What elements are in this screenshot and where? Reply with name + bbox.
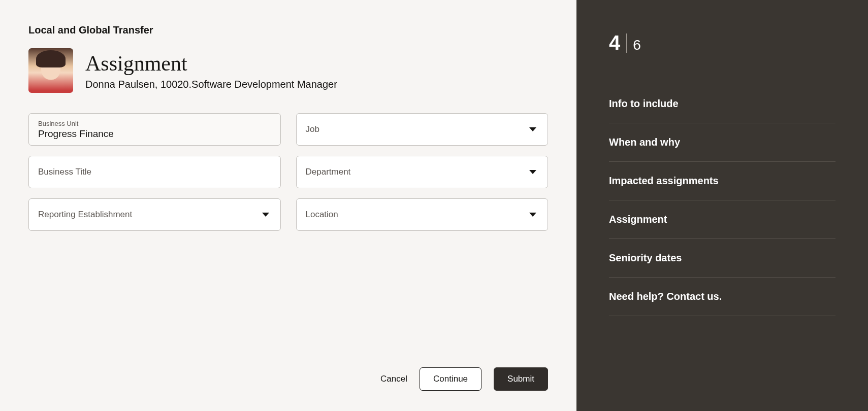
business-unit-field: Business Unit Progress Finance — [28, 113, 281, 146]
nav-item-need-help[interactable]: Need help? Contact us. — [609, 278, 835, 316]
nav-list: Info to include When and why Impacted as… — [609, 85, 835, 316]
business-unit-label: Business Unit — [38, 120, 271, 127]
avatar — [28, 48, 73, 93]
page-title: Local and Global Transfer — [28, 24, 548, 36]
header-text-group: Assignment Donna Paulsen, 10020.Software… — [85, 51, 337, 90]
department-label: Department — [306, 167, 539, 177]
nav-item-seniority-dates[interactable]: Seniority dates — [609, 239, 835, 278]
caret-down-icon — [529, 213, 536, 217]
step-divider — [626, 33, 627, 53]
job-label: Job — [306, 124, 539, 134]
nav-item-impacted-assignments[interactable]: Impacted assignments — [609, 162, 835, 200]
caret-down-icon — [529, 127, 536, 131]
step-counter: 4 6 — [609, 31, 835, 54]
reporting-establishment-label: Reporting Establishment — [38, 210, 271, 220]
location-select[interactable]: Location — [296, 198, 549, 231]
business-title-input[interactable]: Business Title — [28, 156, 281, 188]
location-label: Location — [306, 210, 539, 220]
section-title: Assignment — [85, 51, 337, 76]
step-total: 6 — [633, 37, 641, 53]
business-title-label: Business Title — [38, 167, 271, 177]
sidebar: 4 6 Info to include When and why Impacte… — [576, 0, 868, 411]
continue-button[interactable]: Continue — [420, 367, 481, 391]
caret-down-icon — [262, 213, 269, 217]
form-grid: Business Unit Progress Finance Job Busin… — [28, 113, 548, 231]
nav-item-assignment[interactable]: Assignment — [609, 200, 835, 239]
nav-item-info-to-include[interactable]: Info to include — [609, 85, 835, 123]
nav-item-when-and-why[interactable]: When and why — [609, 123, 835, 162]
footer-actions: Cancel Continue Submit — [28, 347, 548, 391]
reporting-establishment-select[interactable]: Reporting Establishment — [28, 198, 281, 231]
header-row: Assignment Donna Paulsen, 10020.Software… — [28, 48, 548, 93]
step-current: 4 — [609, 31, 620, 54]
cancel-button[interactable]: Cancel — [380, 374, 407, 384]
submit-button[interactable]: Submit — [494, 367, 548, 391]
caret-down-icon — [529, 170, 536, 174]
main-content: Local and Global Transfer Assignment Don… — [0, 0, 576, 411]
business-unit-value: Progress Finance — [38, 128, 271, 140]
job-select[interactable]: Job — [296, 113, 549, 146]
person-subtitle: Donna Paulsen, 10020.Software Developmen… — [85, 79, 337, 90]
department-select[interactable]: Department — [296, 156, 549, 188]
